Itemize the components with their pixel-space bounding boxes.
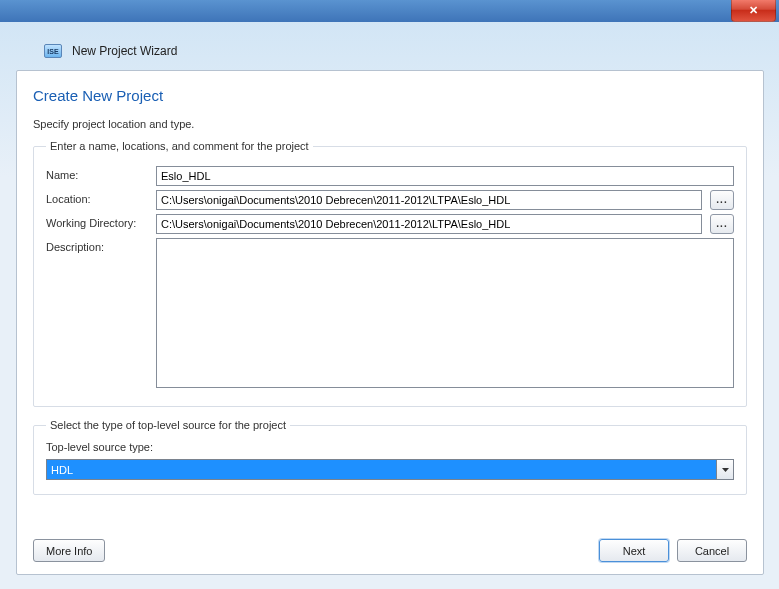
next-button[interactable]: Next: [599, 539, 669, 562]
working-dir-label: Working Directory:: [46, 214, 148, 229]
window-titlebar: ✕: [0, 0, 779, 22]
source-type-group: Select the type of top-level source for …: [33, 419, 747, 495]
svg-marker-0: [722, 468, 729, 472]
more-info-button[interactable]: More Info: [33, 539, 105, 562]
page-subtitle: Specify project location and type.: [33, 118, 747, 130]
location-label: Location:: [46, 190, 148, 205]
location-input[interactable]: [156, 190, 702, 210]
close-icon: ✕: [749, 4, 758, 17]
wizard-title: New Project Wizard: [72, 44, 177, 58]
project-info-legend: Enter a name, locations, and comment for…: [46, 140, 313, 152]
wizard-footer: More Info Next Cancel: [33, 539, 747, 562]
app-icon: ISE: [44, 44, 62, 58]
wizard-header: ISE New Project Wizard: [0, 22, 779, 68]
source-type-label: Top-level source type:: [46, 441, 734, 453]
project-info-group: Enter a name, locations, and comment for…: [33, 140, 747, 407]
name-label: Name:: [46, 166, 148, 181]
cancel-button[interactable]: Cancel: [677, 539, 747, 562]
location-browse-button[interactable]: ...: [710, 190, 734, 210]
source-type-value: HDL: [47, 460, 716, 479]
window-close-button[interactable]: ✕: [731, 0, 776, 22]
working-dir-browse-button[interactable]: ...: [710, 214, 734, 234]
page-title: Create New Project: [33, 87, 747, 104]
source-type-legend: Select the type of top-level source for …: [46, 419, 290, 431]
source-type-combo[interactable]: HDL: [46, 459, 734, 480]
description-textarea[interactable]: [156, 238, 734, 388]
chevron-down-icon: [716, 460, 733, 479]
wizard-panel: Create New Project Specify project locat…: [16, 70, 764, 575]
working-dir-input[interactable]: [156, 214, 702, 234]
name-input[interactable]: [156, 166, 734, 186]
description-label: Description:: [46, 238, 148, 253]
